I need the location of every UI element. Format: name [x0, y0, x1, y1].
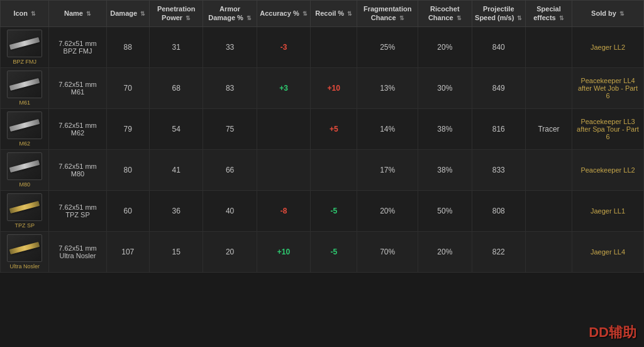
- cell-damage: 70: [106, 67, 149, 108]
- cell-icon: M62: [1, 108, 49, 149]
- icon-label: BPZ FMJ: [3, 59, 46, 65]
- cell-sold-by: Peacekeeper LL3 after Spa Tour - Part 6: [572, 108, 644, 149]
- table-header-row: Icon ⇅ Name ⇅ Damage ⇅ Penetration Power…: [1, 1, 644, 27]
- header-armor[interactable]: Armor Damage % ⇅: [203, 1, 257, 27]
- header-sold-by[interactable]: Sold by ⇅: [572, 1, 644, 27]
- cell-recoil: [311, 26, 357, 67]
- cell-accuracy: [257, 108, 310, 149]
- cell-damage: 79: [106, 108, 149, 149]
- cell-penetration: 68: [149, 67, 203, 108]
- cell-armor: 75: [203, 108, 257, 149]
- cell-fragmentation: 13%: [357, 67, 418, 108]
- recoil-value: +5: [330, 125, 338, 134]
- header-damage[interactable]: Damage ⇅: [106, 1, 149, 27]
- cell-penetration: 41: [149, 149, 203, 190]
- recoil-value: +10: [328, 84, 340, 93]
- cell-fragmentation: 17%: [357, 149, 418, 190]
- cell-special: [525, 231, 572, 272]
- cell-accuracy: [257, 149, 310, 190]
- cell-icon: BPZ FMJ: [1, 26, 49, 67]
- cell-name: 7.62x51 mm TPZ SP: [49, 190, 106, 231]
- recoil-value: -5: [330, 247, 337, 256]
- cell-accuracy: -3: [257, 26, 310, 67]
- bullet-icon: [7, 193, 42, 221]
- cell-sold-by: Peacekeeper LL2: [572, 149, 644, 190]
- cell-accuracy: +3: [257, 67, 310, 108]
- icon-label: M61: [3, 100, 46, 106]
- cell-recoil: +10: [311, 67, 357, 108]
- header-ricochet[interactable]: Ricochet Chance ⇅: [418, 1, 472, 27]
- header-name[interactable]: Name ⇅: [49, 1, 106, 27]
- cell-icon: M61: [1, 67, 49, 108]
- cell-projectile-speed: 822: [472, 231, 525, 272]
- header-accuracy[interactable]: Accuracy % ⇅: [257, 1, 310, 27]
- bullet-visual: [9, 201, 40, 213]
- cell-sold-by: Peacekeeper LL4 after Wet Job - Part 6: [572, 67, 644, 108]
- cell-ricochet: 20%: [418, 231, 472, 272]
- cell-fragmentation: 20%: [357, 190, 418, 231]
- bullet-icon: [7, 234, 42, 262]
- cell-icon: M80: [1, 149, 49, 190]
- table-row: TPZ SP 7.62x51 mm TPZ SP603640-8-520%50%…: [1, 190, 644, 231]
- cell-special: [525, 149, 572, 190]
- cell-fragmentation: 70%: [357, 231, 418, 272]
- header-projectile[interactable]: Projectile Speed (m/s) ⇅: [472, 1, 525, 27]
- cell-accuracy: +10: [257, 231, 310, 272]
- cell-icon: Ultra Nosler: [1, 231, 49, 272]
- cell-armor: 66: [203, 149, 257, 190]
- cell-recoil: -5: [311, 190, 357, 231]
- header-special[interactable]: Special effects ⇅: [525, 1, 572, 27]
- cell-penetration: 36: [149, 190, 203, 231]
- bullet-icon: [7, 30, 42, 57]
- cell-sold-by: Jaeger LL4: [572, 231, 644, 272]
- cell-armor: 33: [203, 26, 257, 67]
- cell-name: 7.62x51 mm M61: [49, 67, 106, 108]
- cell-armor: 20: [203, 231, 257, 272]
- cell-damage: 80: [106, 149, 149, 190]
- bullet-visual: [9, 78, 40, 91]
- cell-ricochet: 38%: [418, 108, 472, 149]
- cell-sold-by: Jaeger LL2: [572, 26, 644, 67]
- cell-fragmentation: 14%: [357, 108, 418, 149]
- table-row: Ultra Nosler 7.62x51 mm Ultra Nosler1071…: [1, 231, 644, 272]
- bullet-visual: [9, 160, 40, 173]
- header-recoil[interactable]: Recoil % ⇅: [311, 1, 357, 27]
- cell-special: [525, 26, 572, 67]
- cell-recoil: -5: [311, 231, 357, 272]
- accuracy-value: +3: [279, 84, 288, 93]
- cell-armor: 83: [203, 67, 257, 108]
- cell-special: [525, 190, 572, 231]
- bullet-visual: [9, 242, 40, 254]
- cell-projectile-speed: 816: [472, 108, 525, 149]
- cell-name: 7.62x51 mm M80: [49, 149, 106, 190]
- bullet-visual: [9, 119, 40, 132]
- table-row: M61 7.62x51 mm M61706883+3+1013%30%849Pe…: [1, 67, 644, 108]
- bullet-icon: [7, 111, 42, 139]
- accuracy-value: -3: [280, 43, 287, 52]
- header-penetration[interactable]: Penetration Power ⇅: [149, 1, 203, 27]
- cell-projectile-speed: 833: [472, 149, 525, 190]
- cell-ricochet: 20%: [418, 26, 472, 67]
- cell-accuracy: -8: [257, 190, 310, 231]
- cell-name: 7.62x51 mm BPZ FMJ: [49, 26, 106, 67]
- cell-ricochet: 30%: [418, 67, 472, 108]
- accuracy-value: +10: [277, 247, 290, 256]
- cell-special: [525, 67, 572, 108]
- bullet-visual: [9, 37, 40, 50]
- cell-recoil: +5: [311, 108, 357, 149]
- header-fragmentation[interactable]: Fragmentation Chance ⇅: [357, 1, 418, 27]
- cell-damage: 60: [106, 190, 149, 231]
- cell-penetration: 54: [149, 108, 203, 149]
- icon-label: M62: [3, 140, 46, 147]
- cell-projectile-speed: 849: [472, 67, 525, 108]
- cell-name: 7.62x51 mm M62: [49, 108, 106, 149]
- cell-penetration: 15: [149, 231, 203, 272]
- table-row: M62 7.62x51 mm M62795475+514%38%816Trace…: [1, 108, 644, 149]
- cell-special: Tracer: [525, 108, 572, 149]
- bullet-icon: [7, 71, 42, 98]
- bullet-icon: [7, 152, 42, 180]
- cell-damage: 88: [106, 26, 149, 67]
- icon-label: M80: [3, 181, 46, 188]
- header-icon[interactable]: Icon ⇅: [1, 1, 49, 27]
- cell-projectile-speed: 840: [472, 26, 525, 67]
